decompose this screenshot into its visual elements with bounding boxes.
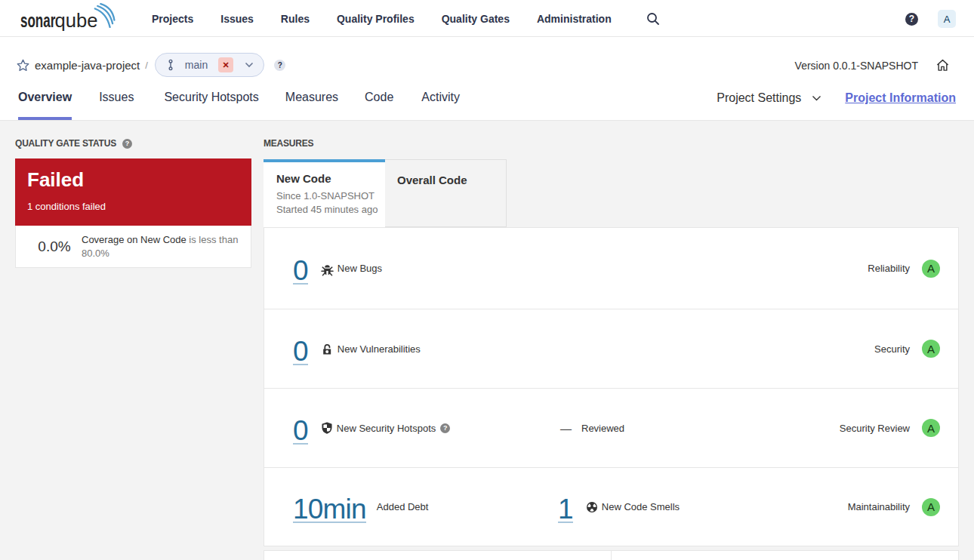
svg-text:sonar: sonar: [20, 9, 56, 32]
svg-text:qube: qube: [55, 9, 98, 30]
